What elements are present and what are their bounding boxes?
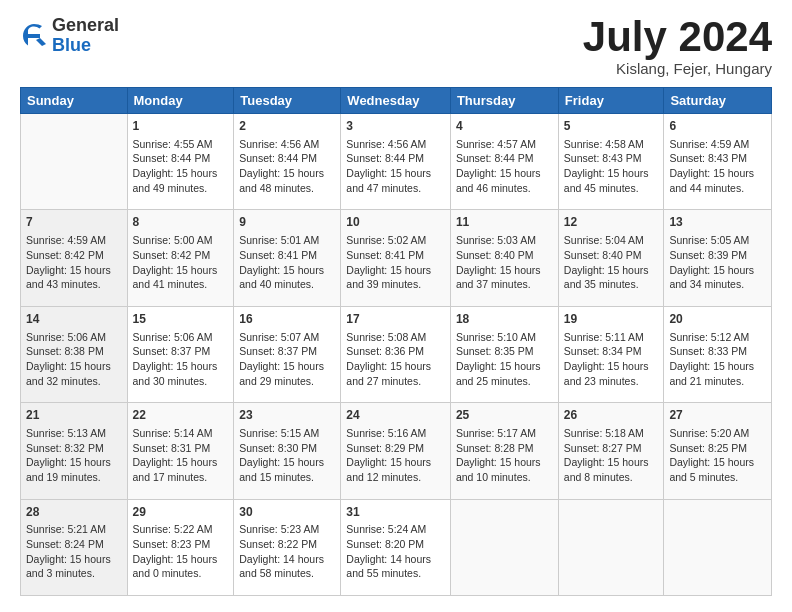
calendar-table: Sunday Monday Tuesday Wednesday Thursday…	[20, 87, 772, 596]
calendar-cell: 16Sunrise: 5:07 AM Sunset: 8:37 PM Dayli…	[234, 306, 341, 402]
day-info: Sunrise: 5:12 AM Sunset: 8:33 PM Dayligh…	[669, 331, 754, 387]
day-info: Sunrise: 5:16 AM Sunset: 8:29 PM Dayligh…	[346, 427, 431, 483]
calendar-cell: 28Sunrise: 5:21 AM Sunset: 8:24 PM Dayli…	[21, 499, 128, 595]
calendar-page: General Blue July 2024 Kislang, Fejer, H…	[0, 0, 792, 612]
calendar-cell: 7Sunrise: 4:59 AM Sunset: 8:42 PM Daylig…	[21, 210, 128, 306]
calendar-cell: 10Sunrise: 5:02 AM Sunset: 8:41 PM Dayli…	[341, 210, 451, 306]
day-number: 11	[456, 214, 553, 231]
calendar-cell: 14Sunrise: 5:06 AM Sunset: 8:38 PM Dayli…	[21, 306, 128, 402]
month-title: July 2024	[583, 16, 772, 58]
calendar-cell	[450, 499, 558, 595]
day-info: Sunrise: 4:58 AM Sunset: 8:43 PM Dayligh…	[564, 138, 649, 194]
calendar-cell: 31Sunrise: 5:24 AM Sunset: 8:20 PM Dayli…	[341, 499, 451, 595]
day-info: Sunrise: 5:14 AM Sunset: 8:31 PM Dayligh…	[133, 427, 218, 483]
day-number: 19	[564, 311, 659, 328]
calendar-cell: 30Sunrise: 5:23 AM Sunset: 8:22 PM Dayli…	[234, 499, 341, 595]
calendar-cell: 22Sunrise: 5:14 AM Sunset: 8:31 PM Dayli…	[127, 403, 234, 499]
calendar-cell: 2Sunrise: 4:56 AM Sunset: 8:44 PM Daylig…	[234, 114, 341, 210]
day-info: Sunrise: 5:07 AM Sunset: 8:37 PM Dayligh…	[239, 331, 324, 387]
calendar-week-3: 14Sunrise: 5:06 AM Sunset: 8:38 PM Dayli…	[21, 306, 772, 402]
calendar-cell: 1Sunrise: 4:55 AM Sunset: 8:44 PM Daylig…	[127, 114, 234, 210]
day-number: 5	[564, 118, 659, 135]
day-info: Sunrise: 4:59 AM Sunset: 8:43 PM Dayligh…	[669, 138, 754, 194]
header: General Blue July 2024 Kislang, Fejer, H…	[20, 16, 772, 77]
calendar-cell: 24Sunrise: 5:16 AM Sunset: 8:29 PM Dayli…	[341, 403, 451, 499]
calendar-cell: 8Sunrise: 5:00 AM Sunset: 8:42 PM Daylig…	[127, 210, 234, 306]
day-info: Sunrise: 4:56 AM Sunset: 8:44 PM Dayligh…	[239, 138, 324, 194]
day-number: 22	[133, 407, 229, 424]
calendar-cell: 4Sunrise: 4:57 AM Sunset: 8:44 PM Daylig…	[450, 114, 558, 210]
calendar-cell: 27Sunrise: 5:20 AM Sunset: 8:25 PM Dayli…	[664, 403, 772, 499]
day-number: 7	[26, 214, 122, 231]
calendar-cell	[664, 499, 772, 595]
day-info: Sunrise: 5:06 AM Sunset: 8:38 PM Dayligh…	[26, 331, 111, 387]
day-number: 26	[564, 407, 659, 424]
day-info: Sunrise: 5:06 AM Sunset: 8:37 PM Dayligh…	[133, 331, 218, 387]
day-info: Sunrise: 5:15 AM Sunset: 8:30 PM Dayligh…	[239, 427, 324, 483]
day-number: 14	[26, 311, 122, 328]
calendar-cell: 17Sunrise: 5:08 AM Sunset: 8:36 PM Dayli…	[341, 306, 451, 402]
header-wednesday: Wednesday	[341, 88, 451, 114]
day-number: 29	[133, 504, 229, 521]
calendar-cell: 3Sunrise: 4:56 AM Sunset: 8:44 PM Daylig…	[341, 114, 451, 210]
day-number: 13	[669, 214, 766, 231]
day-info: Sunrise: 5:02 AM Sunset: 8:41 PM Dayligh…	[346, 234, 431, 290]
calendar-cell: 18Sunrise: 5:10 AM Sunset: 8:35 PM Dayli…	[450, 306, 558, 402]
day-info: Sunrise: 5:24 AM Sunset: 8:20 PM Dayligh…	[346, 523, 431, 579]
calendar-cell: 9Sunrise: 5:01 AM Sunset: 8:41 PM Daylig…	[234, 210, 341, 306]
calendar-cell: 12Sunrise: 5:04 AM Sunset: 8:40 PM Dayli…	[558, 210, 664, 306]
day-number: 12	[564, 214, 659, 231]
header-thursday: Thursday	[450, 88, 558, 114]
calendar-cell: 23Sunrise: 5:15 AM Sunset: 8:30 PM Dayli…	[234, 403, 341, 499]
header-saturday: Saturday	[664, 88, 772, 114]
calendar-cell: 15Sunrise: 5:06 AM Sunset: 8:37 PM Dayli…	[127, 306, 234, 402]
day-number: 3	[346, 118, 445, 135]
day-info: Sunrise: 4:55 AM Sunset: 8:44 PM Dayligh…	[133, 138, 218, 194]
day-info: Sunrise: 5:17 AM Sunset: 8:28 PM Dayligh…	[456, 427, 541, 483]
day-number: 6	[669, 118, 766, 135]
day-info: Sunrise: 5:04 AM Sunset: 8:40 PM Dayligh…	[564, 234, 649, 290]
day-number: 31	[346, 504, 445, 521]
logo-blue: Blue	[52, 36, 119, 56]
logo-text: General Blue	[52, 16, 119, 56]
day-number: 4	[456, 118, 553, 135]
day-number: 30	[239, 504, 335, 521]
header-monday: Monday	[127, 88, 234, 114]
logo-icon	[20, 22, 48, 50]
day-info: Sunrise: 5:05 AM Sunset: 8:39 PM Dayligh…	[669, 234, 754, 290]
title-block: July 2024 Kislang, Fejer, Hungary	[583, 16, 772, 77]
calendar-week-1: 1Sunrise: 4:55 AM Sunset: 8:44 PM Daylig…	[21, 114, 772, 210]
day-number: 21	[26, 407, 122, 424]
day-info: Sunrise: 5:21 AM Sunset: 8:24 PM Dayligh…	[26, 523, 111, 579]
day-info: Sunrise: 5:03 AM Sunset: 8:40 PM Dayligh…	[456, 234, 541, 290]
location-subtitle: Kislang, Fejer, Hungary	[583, 60, 772, 77]
calendar-week-5: 28Sunrise: 5:21 AM Sunset: 8:24 PM Dayli…	[21, 499, 772, 595]
day-number: 24	[346, 407, 445, 424]
day-info: Sunrise: 5:00 AM Sunset: 8:42 PM Dayligh…	[133, 234, 218, 290]
calendar-week-2: 7Sunrise: 4:59 AM Sunset: 8:42 PM Daylig…	[21, 210, 772, 306]
day-number: 25	[456, 407, 553, 424]
header-tuesday: Tuesday	[234, 88, 341, 114]
calendar-cell: 19Sunrise: 5:11 AM Sunset: 8:34 PM Dayli…	[558, 306, 664, 402]
calendar-week-4: 21Sunrise: 5:13 AM Sunset: 8:32 PM Dayli…	[21, 403, 772, 499]
day-number: 23	[239, 407, 335, 424]
day-number: 16	[239, 311, 335, 328]
calendar-cell	[558, 499, 664, 595]
day-number: 18	[456, 311, 553, 328]
logo: General Blue	[20, 16, 119, 56]
day-number: 10	[346, 214, 445, 231]
calendar-cell	[21, 114, 128, 210]
day-info: Sunrise: 5:08 AM Sunset: 8:36 PM Dayligh…	[346, 331, 431, 387]
header-friday: Friday	[558, 88, 664, 114]
day-number: 17	[346, 311, 445, 328]
calendar-cell: 6Sunrise: 4:59 AM Sunset: 8:43 PM Daylig…	[664, 114, 772, 210]
day-info: Sunrise: 5:23 AM Sunset: 8:22 PM Dayligh…	[239, 523, 324, 579]
day-info: Sunrise: 5:10 AM Sunset: 8:35 PM Dayligh…	[456, 331, 541, 387]
day-number: 9	[239, 214, 335, 231]
day-number: 8	[133, 214, 229, 231]
calendar-cell: 13Sunrise: 5:05 AM Sunset: 8:39 PM Dayli…	[664, 210, 772, 306]
calendar-cell: 20Sunrise: 5:12 AM Sunset: 8:33 PM Dayli…	[664, 306, 772, 402]
header-sunday: Sunday	[21, 88, 128, 114]
day-info: Sunrise: 5:01 AM Sunset: 8:41 PM Dayligh…	[239, 234, 324, 290]
day-number: 1	[133, 118, 229, 135]
